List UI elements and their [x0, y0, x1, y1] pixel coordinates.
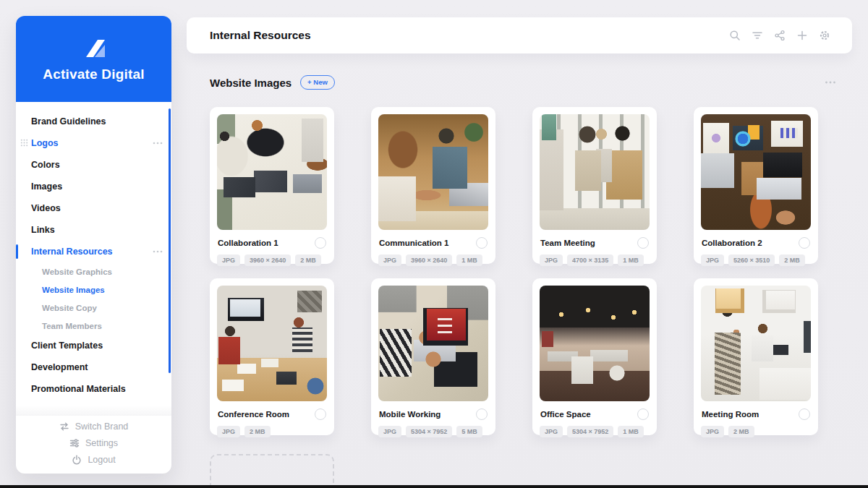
- asset-select-checkbox[interactable]: [637, 237, 649, 249]
- size-badge: 1 MB: [618, 254, 644, 266]
- share-icon[interactable]: [774, 30, 786, 41]
- power-icon: [72, 455, 82, 465]
- dimensions-badge: 4700 × 3135: [567, 254, 613, 266]
- asset-select-checkbox[interactable]: [799, 237, 810, 249]
- drag-handle-icon[interactable]: [20, 139, 28, 147]
- sidebar-item-logos[interactable]: Logos: [16, 132, 171, 154]
- sidebar-item-links[interactable]: Links: [16, 219, 171, 241]
- search-icon[interactable]: [729, 30, 741, 41]
- dimensions-badge: 5304 × 7952: [567, 426, 613, 437]
- asset-badges: JPG 3960 × 2640 2 MB: [217, 254, 327, 266]
- sidebar-item-label: Development: [31, 362, 88, 372]
- sidebar-item-colors[interactable]: Colors: [16, 154, 171, 176]
- sidebar-subitem-team-members[interactable]: Team Members: [16, 317, 171, 335]
- switch-brand-button[interactable]: Switch Brand: [59, 421, 129, 432]
- sidebar-item-development[interactable]: Development: [16, 356, 171, 378]
- sidebar-item-label: Client Templates: [31, 341, 103, 351]
- switch-brand-label: Switch Brand: [75, 421, 129, 432]
- page-header: Internal Resources: [187, 17, 852, 53]
- dimensions-badge: 5304 × 7952: [406, 426, 452, 437]
- asset-thumbnail[interactable]: [701, 286, 811, 401]
- asset-title: Meeting Room: [702, 410, 759, 419]
- empty-upload-slot[interactable]: [210, 454, 334, 488]
- asset-card[interactable]: Meeting Room JPG 2 MB: [694, 278, 818, 435]
- asset-card[interactable]: Conference Room JPG 2 MB: [210, 278, 334, 435]
- sidebar-subitem-label: Website Images: [42, 286, 105, 294]
- asset-card[interactable]: Office Space JPG 5304 × 7952 1 MB: [532, 278, 657, 435]
- page-title: Internal Resources: [210, 29, 311, 42]
- asset-grid: Collaboration 1 JPG 3960 × 2640 2 MB Com…: [210, 107, 818, 435]
- asset-select-checkbox[interactable]: [315, 237, 326, 249]
- sidebar-footer: Switch Brand Settings Logout: [16, 410, 171, 465]
- format-badge: JPG: [540, 254, 563, 266]
- sidebar-item-brand-guidelines[interactable]: Brand Guidelines: [16, 111, 171, 132]
- section-menu-icon[interactable]: [825, 81, 836, 84]
- section-title: Website Images: [210, 77, 292, 89]
- sidebar-item-videos[interactable]: Videos: [16, 197, 171, 219]
- dimensions-badge: 3960 × 2640: [244, 254, 291, 266]
- asset-thumbnail[interactable]: [701, 114, 811, 230]
- asset-badges: JPG 4700 × 3135 1 MB: [540, 254, 650, 266]
- sidebar-scrollbar[interactable]: [169, 108, 171, 373]
- new-asset-button[interactable]: + New: [300, 75, 335, 90]
- sidebar-item-internal-resources[interactable]: Internal Resources: [16, 241, 171, 262]
- format-badge: JPG: [378, 254, 401, 266]
- asset-thumbnail[interactable]: [217, 286, 327, 401]
- header-actions: [729, 30, 830, 41]
- sidebar-subitem-website-copy[interactable]: Website Copy: [16, 299, 171, 317]
- asset-thumbnail[interactable]: [217, 114, 327, 230]
- sidebar-item-client-templates[interactable]: Client Templates: [16, 335, 171, 356]
- sliders-icon: [69, 438, 80, 448]
- asset-thumbnail[interactable]: [540, 286, 650, 401]
- sidebar-subitem-label: Team Members: [42, 322, 102, 330]
- sidebar-item-promotional-materials[interactable]: Promotional Materials: [16, 378, 171, 400]
- gear-icon[interactable]: [819, 30, 830, 41]
- asset-title: Team Meeting: [540, 239, 595, 247]
- asset-card[interactable]: Team Meeting JPG 4700 × 3135 1 MB: [532, 107, 657, 264]
- asset-thumbnail[interactable]: [378, 286, 488, 401]
- active-item-indicator: [16, 244, 18, 259]
- sidebar-subitem-website-graphics[interactable]: Website Graphics: [16, 262, 171, 281]
- switch-arrows-icon: [59, 421, 69, 432]
- settings-button[interactable]: Settings: [69, 438, 118, 448]
- sidebar-item-label: Colors: [31, 160, 60, 170]
- asset-card[interactable]: Communication 1 JPG 3960 × 2640 1 MB: [371, 107, 495, 264]
- asset-select-checkbox[interactable]: [476, 408, 488, 420]
- asset-thumbnail[interactable]: [540, 114, 650, 230]
- brand-name: Activate Digital: [43, 67, 144, 82]
- plus-icon[interactable]: [796, 30, 808, 41]
- asset-select-checkbox[interactable]: [315, 408, 326, 420]
- asset-title: Mobile Working: [379, 410, 441, 419]
- section-header: Website Images + New: [210, 74, 836, 91]
- app-window: Activate Digital Brand Guidelines Logos …: [0, 0, 868, 488]
- asset-select-checkbox[interactable]: [637, 408, 649, 420]
- sidebar-item-label: Links: [31, 225, 55, 235]
- ellipsis-icon[interactable]: [153, 142, 163, 145]
- asset-card[interactable]: Collaboration 1 JPG 3960 × 2640 2 MB: [210, 107, 334, 264]
- asset-title: Office Space: [540, 410, 591, 419]
- asset-select-checkbox[interactable]: [799, 408, 810, 420]
- size-badge: 5 MB: [456, 426, 482, 437]
- ellipsis-icon[interactable]: [153, 250, 163, 253]
- asset-card[interactable]: Collaboration 2 JPG 5260 × 3510 2 MB: [694, 107, 818, 264]
- dimensions-badge: 3960 × 2640: [406, 254, 452, 266]
- sidebar-item-label: Promotional Materials: [31, 384, 126, 394]
- asset-title: Collaboration 2: [702, 239, 762, 247]
- asset-card[interactable]: Mobile Working JPG 5304 × 7952 5 MB: [371, 278, 495, 435]
- asset-title: Conference Room: [218, 410, 289, 419]
- filter-icon[interactable]: [752, 30, 763, 41]
- sidebar-item-label: Logos: [31, 138, 59, 148]
- format-badge: JPG: [217, 426, 240, 437]
- window-edge-bar: [0, 485, 868, 488]
- size-badge: 2 MB: [779, 254, 805, 266]
- size-badge: 2 MB: [728, 426, 754, 437]
- format-badge: JPG: [540, 426, 563, 437]
- asset-title: Communication 1: [379, 239, 448, 247]
- sidebar-item-images[interactable]: Images: [16, 176, 171, 197]
- asset-select-checkbox[interactable]: [476, 237, 488, 249]
- sidebar-nav: Brand Guidelines Logos Colors Images Vid…: [16, 102, 171, 400]
- logout-label: Logout: [88, 455, 115, 465]
- asset-thumbnail[interactable]: [378, 114, 488, 230]
- sidebar-subitem-website-images[interactable]: Website Images: [16, 281, 171, 299]
- logout-button[interactable]: Logout: [72, 455, 115, 465]
